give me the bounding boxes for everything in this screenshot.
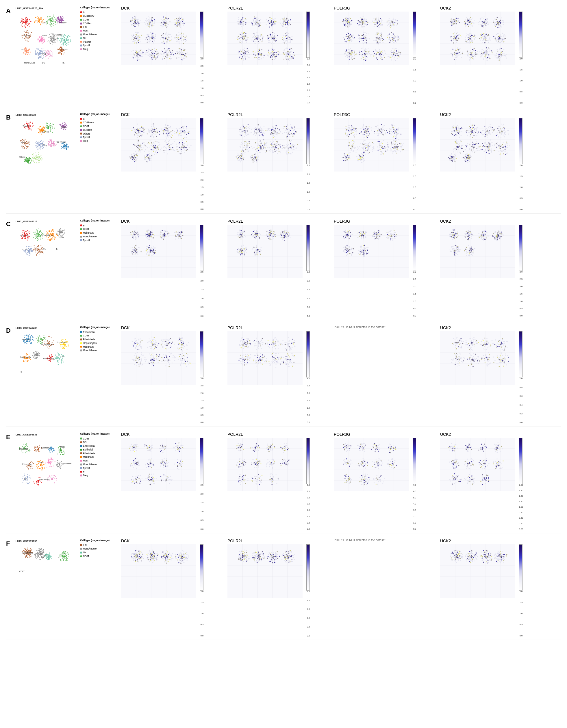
svg-point-12229	[367, 463, 369, 464]
svg-point-6422	[374, 131, 375, 132]
svg-point-9166	[62, 339, 63, 340]
svg-point-7566	[130, 234, 131, 235]
svg-point-6659	[503, 150, 504, 151]
svg-point-11035	[61, 466, 62, 466]
svg-point-11383	[150, 461, 151, 462]
svg-point-3061	[350, 53, 351, 55]
svg-point-12377	[364, 482, 365, 483]
svg-point-798	[57, 37, 58, 38]
svg-point-11769	[243, 481, 245, 483]
svg-point-5214	[151, 131, 152, 132]
svg-point-3017	[390, 27, 391, 28]
svg-point-1453	[165, 25, 166, 26]
svg-point-5912	[379, 149, 380, 150]
svg-point-10547	[463, 357, 464, 358]
svg-point-13921	[242, 551, 243, 552]
svg-point-5155	[182, 145, 183, 146]
svg-point-6362	[397, 152, 398, 154]
svg-point-12259	[348, 445, 349, 446]
svg-point-9568	[182, 340, 183, 342]
svg-point-2269	[287, 56, 288, 57]
svg-point-11300	[150, 466, 151, 467]
svg-point-8453	[345, 231, 347, 232]
svg-point-13929	[290, 561, 291, 562]
svg-point-9565	[139, 356, 140, 357]
svg-point-4937	[156, 141, 157, 142]
svg-point-1932	[274, 49, 275, 50]
svg-point-3876	[456, 50, 458, 51]
svg-point-9925	[155, 347, 157, 348]
svg-point-4733	[181, 151, 182, 152]
svg-point-438	[26, 49, 27, 49]
svg-point-9443	[60, 345, 61, 346]
svg-point-4712	[153, 133, 154, 134]
svg-point-13556	[137, 554, 138, 556]
svg-point-1534	[166, 54, 168, 55]
svg-point-10170	[267, 343, 268, 344]
legend-dot-B-0	[80, 118, 82, 120]
svg-point-9706	[155, 342, 156, 343]
svg-point-8780	[465, 248, 466, 249]
svg-point-3838	[458, 55, 460, 57]
svg-point-9035	[452, 234, 453, 236]
svg-point-3143	[379, 39, 380, 40]
svg-point-5753	[296, 131, 297, 133]
svg-text:TgexBif: TgexBif	[23, 125, 29, 127]
svg-point-12753	[469, 463, 470, 464]
svg-point-5589	[280, 131, 281, 132]
svg-point-6412	[385, 151, 386, 152]
svg-point-3107	[362, 23, 363, 24]
svg-point-9016	[495, 232, 496, 233]
svg-point-4823	[134, 131, 135, 132]
svg-point-5557	[254, 154, 256, 155]
legend-dot-E-4	[80, 452, 82, 454]
svg-point-6483	[363, 152, 364, 153]
svg-point-14414	[484, 556, 486, 557]
svg-point-3126	[352, 35, 353, 36]
svg-point-12777	[484, 479, 486, 480]
svg-point-10145	[239, 345, 240, 346]
svg-point-2854	[362, 53, 363, 54]
svg-point-6341	[383, 153, 384, 154]
svg-point-10748	[482, 358, 483, 359]
svg-point-10921	[36, 451, 36, 452]
svg-point-3738	[483, 38, 484, 39]
svg-point-4684	[159, 151, 161, 152]
svg-point-2387	[286, 35, 287, 36]
svg-point-334	[26, 23, 27, 24]
svg-point-6327	[365, 130, 366, 131]
svg-point-8458	[351, 254, 352, 255]
svg-point-2128	[252, 37, 253, 38]
svg-point-9951	[134, 342, 135, 344]
svg-point-3548	[499, 27, 500, 28]
svg-point-4253	[24, 127, 25, 128]
svg-point-2886	[373, 40, 375, 41]
svg-point-3007	[394, 49, 395, 51]
svg-point-12560	[497, 442, 499, 444]
svg-point-14351	[469, 555, 470, 556]
svg-point-6105	[349, 131, 350, 132]
svg-point-9632	[152, 363, 153, 364]
svg-point-12508	[454, 483, 455, 484]
svg-point-11981	[252, 478, 253, 479]
svg-point-10136	[281, 361, 282, 362]
svg-point-7354	[25, 251, 25, 252]
svg-point-8847	[469, 255, 470, 256]
svg-point-12050	[376, 480, 378, 481]
svg-point-707	[52, 18, 53, 19]
svg-point-4705	[156, 148, 157, 150]
legend-title-F: Celltype (major-lineage)	[80, 539, 109, 543]
svg-point-8237	[273, 231, 274, 232]
svg-point-8327	[375, 239, 376, 240]
svg-point-10913	[29, 466, 29, 467]
svg-point-7851	[153, 252, 154, 253]
svg-point-13191	[35, 557, 36, 558]
svg-point-2095	[257, 51, 258, 52]
svg-point-3701	[489, 57, 490, 58]
svg-point-5831	[286, 126, 287, 127]
svg-point-8281	[254, 254, 256, 256]
svg-point-10430	[453, 344, 454, 345]
svg-point-13876	[239, 551, 240, 552]
svg-point-5389	[237, 159, 238, 161]
svg-point-4616	[38, 146, 39, 146]
